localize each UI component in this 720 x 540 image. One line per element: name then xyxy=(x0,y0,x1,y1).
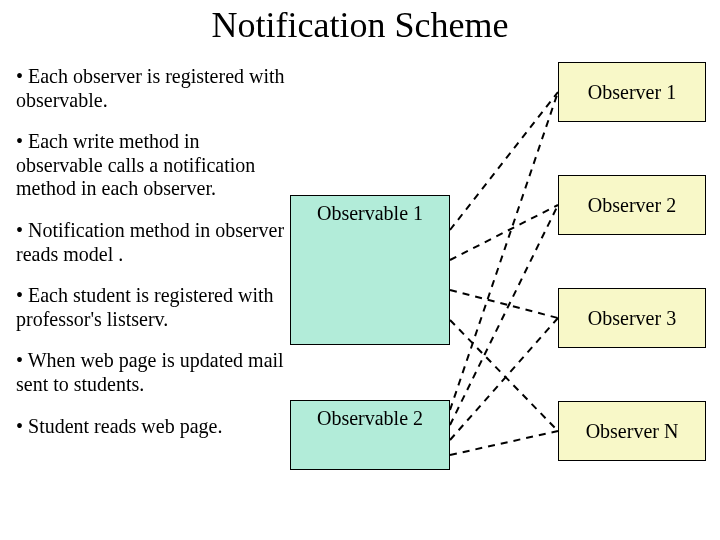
observer-box-3: Observer 3 xyxy=(558,288,706,348)
svg-line-0 xyxy=(450,92,558,230)
bullet-item: • Each student is registered with profes… xyxy=(16,284,291,331)
svg-line-3 xyxy=(450,320,558,431)
observer-box-2: Observer 2 xyxy=(558,175,706,235)
svg-line-4 xyxy=(450,92,558,410)
observer-label: Observer 3 xyxy=(588,307,676,330)
observable-box-1: Observable 1 xyxy=(290,195,450,345)
observer-label: Observer 2 xyxy=(588,194,676,217)
observable-label: Observable 1 xyxy=(317,202,423,225)
bullet-item: • Each observer is registered with obser… xyxy=(16,65,291,112)
bullet-item: • Notification method in observer reads … xyxy=(16,219,291,266)
observable-label: Observable 2 xyxy=(317,407,423,430)
svg-line-6 xyxy=(450,318,558,440)
bullet-item: • Each write method in observable calls … xyxy=(16,130,291,201)
observable-box-2: Observable 2 xyxy=(290,400,450,470)
bullet-list: • Each observer is registered with obser… xyxy=(16,65,291,456)
bullet-item: • Student reads web page. xyxy=(16,415,291,439)
svg-line-2 xyxy=(450,290,558,318)
slide-title: Notification Scheme xyxy=(0,4,720,46)
svg-line-7 xyxy=(450,431,558,455)
svg-line-5 xyxy=(450,205,558,425)
observer-label: Observer N xyxy=(586,420,679,443)
observer-label: Observer 1 xyxy=(588,81,676,104)
observer-box-1: Observer 1 xyxy=(558,62,706,122)
observer-box-n: Observer N xyxy=(558,401,706,461)
bullet-item: • When web page is updated mail sent to … xyxy=(16,349,291,396)
svg-line-1 xyxy=(450,205,558,260)
slide: Notification Scheme • Each observer is r… xyxy=(0,0,720,540)
